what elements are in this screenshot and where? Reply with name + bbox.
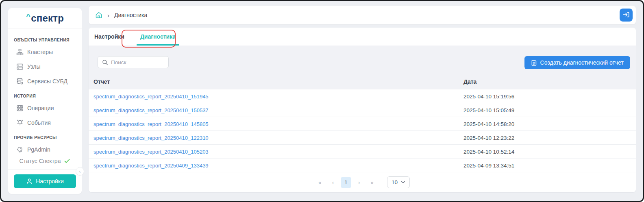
sidebar-item-label: PgAdmin xyxy=(27,146,50,153)
sidebar-item-dbms-services[interactable]: Сервисы СУБД xyxy=(14,74,76,89)
report-date: 2025-04-10 15:05:49 xyxy=(463,103,514,117)
bell-icon xyxy=(16,119,24,126)
tab-bar: Настройки Диагностика xyxy=(89,28,636,46)
check-icon xyxy=(64,158,70,164)
login-arrow-icon xyxy=(622,11,630,20)
report-date: 2025-04-10 12:23:22 xyxy=(463,131,514,145)
table-row: spectrum_diagnostics_report_20250410_150… xyxy=(89,103,636,117)
sidebar-item-events[interactable]: События xyxy=(14,115,76,130)
table-row: spectrum_diagnostics_report_20250410_122… xyxy=(89,131,636,145)
table-row: spectrum_diagnostics_report_20250409_133… xyxy=(89,159,636,172)
report-date: 2025-04-10 10:52:14 xyxy=(463,145,514,159)
pagination-first-button[interactable]: « xyxy=(315,177,325,188)
sidebar-item-label: Узлы xyxy=(27,63,41,70)
report-document-icon xyxy=(531,60,537,66)
logo-caret: ^ xyxy=(26,12,30,21)
breadcrumb-current: Диагностика xyxy=(114,12,147,18)
search-box[interactable] xyxy=(98,56,169,68)
column-header-report: Отчет xyxy=(94,78,110,85)
report-date: 2025-04-10 14:58:20 xyxy=(463,117,514,131)
page-size-value: 10 xyxy=(392,179,398,185)
section-label-other-resources: ПРОЧИЕ РЕСУРСЫ xyxy=(14,132,76,142)
logout-button[interactable] xyxy=(620,9,633,22)
settings-button-label: Настройки xyxy=(36,178,64,185)
report-date: 2025-04-10 15:19:56 xyxy=(463,89,514,103)
table-row: spectrum_diagnostics_report_20250410_151… xyxy=(89,89,636,103)
breadcrumb-separator: › xyxy=(107,12,109,19)
table-row: spectrum_diagnostics_report_20250410_145… xyxy=(89,117,636,131)
report-table-body: spectrum_diagnostics_report_20250410_151… xyxy=(89,89,636,172)
create-report-button[interactable]: Создать диагностический отчет xyxy=(524,56,630,69)
sidebar-item-operations[interactable]: Операции xyxy=(14,101,76,115)
tab-diagnostics[interactable]: Диагностика xyxy=(137,28,179,46)
database-gear-icon xyxy=(16,78,24,85)
operations-stack-icon xyxy=(16,104,24,112)
section-label-objects: ОБЪЕКТЫ УПРАВЛЕНИЯ xyxy=(14,35,76,45)
sidebar-bottom: Статус Спектра Настройки xyxy=(8,153,82,194)
chevron-down-icon xyxy=(401,180,405,185)
cluster-icon xyxy=(16,48,24,56)
pgadmin-elephant-icon xyxy=(16,146,24,153)
sidebar-item-clusters[interactable]: Кластеры xyxy=(14,45,76,59)
report-link[interactable]: spectrum_diagnostics_report_20250410_145… xyxy=(94,117,209,131)
table-row: spectrum_diagnostics_report_20250410_105… xyxy=(89,145,636,159)
sidebar: ^спектр ОБЪЕКТЫ УПРАВЛЕНИЯ Кластеры xyxy=(8,8,82,194)
sidebar-menu: ОБЪЕКТЫ УПРАВЛЕНИЯ Кластеры xyxy=(8,28,82,157)
spectrum-status[interactable]: Статус Спектра xyxy=(8,153,82,169)
create-report-label: Создать диагностический отчет xyxy=(540,59,624,66)
chevron-left-icon: ‹ xyxy=(79,169,81,174)
sidebar-collapse-button[interactable]: ‹ xyxy=(76,167,84,176)
settings-button[interactable]: Настройки xyxy=(14,174,76,188)
pagination-prev-button[interactable]: ‹ xyxy=(328,177,338,188)
table-header-row: Отчет Дата xyxy=(89,76,636,89)
pagination-next-button[interactable]: › xyxy=(354,177,364,188)
column-header-date: Дата xyxy=(463,78,476,85)
search-icon xyxy=(102,59,108,65)
pagination-page-1[interactable]: 1 xyxy=(341,177,351,188)
search-input[interactable] xyxy=(111,59,164,65)
pagination-last-button[interactable]: » xyxy=(367,177,377,188)
logo: ^спектр xyxy=(8,8,82,28)
main-panel: Настройки Диагностика xyxy=(89,28,636,192)
logo-text: спектр xyxy=(31,13,64,24)
report-date: 2025-04-09 13:34:51 xyxy=(463,159,514,172)
page-size-select[interactable]: 10 xyxy=(387,176,410,188)
breadcrumb-bar: › Диагностика xyxy=(89,6,636,24)
sidebar-item-label: Сервисы СУБД xyxy=(27,78,67,85)
section-label-history: ИСТОРИЯ xyxy=(14,91,76,101)
sidebar-footer: Настройки xyxy=(8,169,82,194)
toolbar-section: Создать диагностический отчет Отчет Дата xyxy=(89,46,636,89)
sidebar-item-label: События xyxy=(27,119,51,126)
pagination: « ‹ 1 › » 10 xyxy=(89,172,636,192)
status-label: Статус Спектра xyxy=(20,158,61,164)
app-window: ^спектр ОБЪЕКТЫ УПРАВЛЕНИЯ Кластеры xyxy=(0,0,644,202)
server-rack-icon xyxy=(16,63,24,70)
report-link[interactable]: spectrum_diagnostics_report_20250410_122… xyxy=(94,131,209,145)
sidebar-item-label: Операции xyxy=(27,105,54,111)
report-link[interactable]: spectrum_diagnostics_report_20250410_150… xyxy=(94,103,209,117)
tab-settings[interactable]: Настройки xyxy=(94,28,128,46)
report-link[interactable]: spectrum_diagnostics_report_20250409_133… xyxy=(94,159,209,172)
sidebar-item-nodes[interactable]: Узлы xyxy=(14,59,76,74)
report-link[interactable]: spectrum_diagnostics_report_20250410_105… xyxy=(94,145,209,159)
sidebar-item-label: Кластеры xyxy=(27,49,53,55)
home-icon[interactable] xyxy=(95,11,102,19)
user-icon xyxy=(26,178,33,185)
report-link[interactable]: spectrum_diagnostics_report_20250410_151… xyxy=(94,89,209,103)
